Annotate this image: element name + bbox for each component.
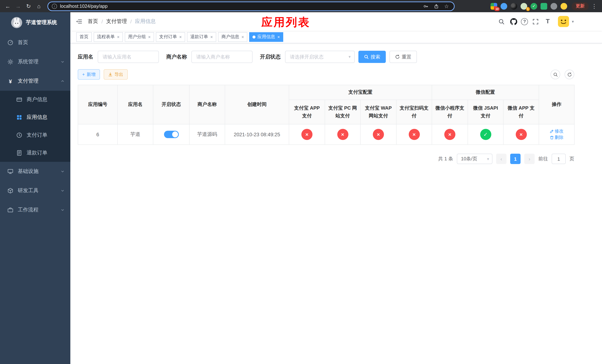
address-bar[interactable]: i localhost:1024/pay/app ☆ [47,1,455,11]
document-icon [16,150,22,156]
alipay-qr-status-icon: × [408,129,420,140]
tab-close-icon[interactable]: × [148,34,151,39]
browser-menu-icon[interactable]: ⋮ [589,1,599,11]
cell-app-id: 6 [78,124,118,145]
site-info-icon[interactable]: i [52,3,57,9]
user-avatar[interactable] [558,16,569,27]
reset-button[interactable]: 重置 [389,51,417,63]
home-icon[interactable]: ⌂ [34,1,44,11]
status-toggle[interactable] [164,131,179,138]
page-size-value: 10条/页 [461,156,477,162]
col-header-wx-mini: 微信小程序支付 [432,100,468,124]
sidebar-item-workflow[interactable]: 工作流程 [0,200,70,220]
search-icon[interactable] [497,17,506,26]
status-select[interactable]: 请选择开启状态 ▾ [285,51,355,63]
extension-square-icon[interactable] [540,3,547,10]
tab-merchant-info[interactable]: 商户信息× [218,32,247,42]
url-text: localhost:1024/pay/app [60,3,108,9]
user-caret-icon[interactable]: ▾ [572,19,574,24]
extension-blue-icon[interactable] [501,3,507,10]
tab-close-icon[interactable]: × [277,34,280,39]
tab-label: 应用信息 [257,34,275,40]
sidebar-item-pay-order[interactable]: 支付订单 [0,126,70,144]
briefcase-icon [7,207,13,213]
sidebar-item-devtools[interactable]: 研发工具 [0,181,70,200]
profile-avatar-icon[interactable] [560,3,567,10]
extension-blocks-icon[interactable]: 10 [491,3,497,10]
share-icon[interactable] [432,3,440,9]
forward-icon[interactable]: → [13,1,23,11]
extension-dark-icon[interactable] [511,3,517,10]
chevron-down-icon [61,189,64,193]
navbar-actions: ? T ▾ [497,16,602,27]
sidebar-item-label: 工作流程 [18,207,56,213]
font-size-icon[interactable]: T [543,17,553,26]
tab-user-group[interactable]: 用户分组× [125,32,154,42]
edit-link[interactable]: 修改 [550,128,563,134]
app-logo[interactable]: 芋道管理系统 [0,12,70,33]
show-search-icon[interactable] [550,70,560,79]
sidebar-item-label: 支付订单 [27,132,47,139]
app-name-input[interactable] [98,51,159,63]
tab-close-icon[interactable]: × [241,34,244,39]
sidebar-item-home[interactable]: 首页 [0,33,70,52]
extension-avatar-icon[interactable]: 1 [521,3,527,10]
tab-close-icon[interactable]: × [179,34,182,39]
update-button[interactable]: 更新 [572,2,589,10]
password-key-icon[interactable] [422,3,430,9]
tab-label: 支付订单 [159,34,177,40]
page-content: 应用名 商户名称 开启状态 请选择开启状态 ▾ 搜索 重置 [70,43,602,364]
merchant-name-label: 商户名称 [166,54,187,60]
page-1-button[interactable]: 1 [510,154,521,164]
goto-page-input[interactable] [552,154,566,164]
prev-page-button[interactable]: ‹ [496,154,506,164]
sidebar-item-payment[interactable]: ¥ 支付管理 [0,72,70,91]
app-name-label: 应用名 [78,54,93,60]
breadcrumb-separator: / [130,19,132,24]
status-select-placeholder: 请选择开启状态 [290,54,323,60]
tab-pay-order[interactable]: 支付订单× [156,32,185,42]
extension-check-icon[interactable]: ✓ [531,3,537,10]
tab-app-info[interactable]: 应用信息× [249,32,283,42]
github-icon[interactable] [509,17,518,26]
payment-submenu: 商户信息 应用信息 支付订单 [0,91,70,162]
export-button[interactable]: 导出 [104,69,128,80]
cell-app-name: 芋道 [118,124,153,145]
help-icon[interactable]: ? [521,18,528,25]
tab-close-icon[interactable]: × [117,34,119,39]
sidebar-item-merchant-info[interactable]: 商户信息 [0,91,70,108]
merchant-name-input[interactable] [191,51,252,63]
tab-process-form[interactable]: 流程表单× [94,32,123,42]
tab-home[interactable]: 首页 [76,32,92,42]
cell-alipay-pc: × [325,124,360,145]
refresh-table-icon[interactable] [565,70,574,79]
page-title: 应用列表 [261,15,310,30]
tab-refund-order[interactable]: 退款订单× [187,32,216,42]
breadcrumb-payment[interactable]: 支付管理 [106,18,127,25]
back-icon[interactable]: ← [3,1,13,11]
sidebar-item-label: 退款订单 [27,150,47,156]
pagination: 共 1 条 10条/页 ▾ ‹ 1 › 前往 页 [78,154,574,164]
col-header-wx-jsapi: 微信 JSAPI 支付 [468,100,503,124]
fullscreen-icon[interactable] [531,17,540,26]
cell-status [153,124,189,145]
breadcrumb-home[interactable]: 首页 [88,18,98,25]
sidebar-item-label: 基础设施 [18,168,56,175]
page-size-select[interactable]: 10条/页 ▾ [457,154,492,164]
sidebar-item-infra[interactable]: 基础设施 [0,162,70,181]
delete-link[interactable]: 删除 [550,134,563,141]
sidebar-item-system[interactable]: 系统管理 [0,52,70,72]
search-button[interactable]: 搜索 [358,51,386,63]
extension-badge: 1 [526,7,530,11]
reload-icon[interactable]: ↻ [24,1,33,11]
sidebar-item-app-info[interactable]: 应用信息 [0,108,70,126]
sidebar-fold-icon[interactable] [70,19,88,24]
extensions-puzzle-icon[interactable] [550,3,557,10]
next-page-button[interactable]: › [524,154,535,164]
bookmark-star-icon[interactable]: ☆ [443,3,450,9]
col-header-alipay-pc: 支付宝 PC 网站支付 [325,100,360,124]
caret-down-icon: ▾ [349,54,351,59]
add-button[interactable]: + 新增 [78,69,100,80]
sidebar-item-refund-order[interactable]: 退款订单 [0,144,70,162]
tab-close-icon[interactable]: × [210,34,213,39]
